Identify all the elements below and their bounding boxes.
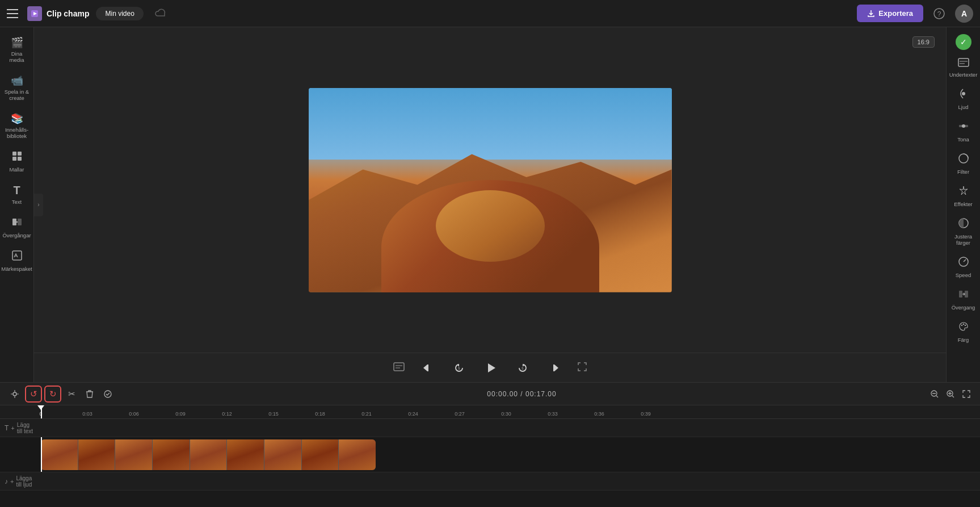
forward-button[interactable]: 5 (514, 359, 532, 377)
right-sidebar-item-ljud[interactable]: Ljud (948, 83, 979, 115)
right-sidebar-item-tona[interactable]: Tona (948, 116, 979, 147)
right-sidebar-item-farg[interactable]: Färg (948, 316, 979, 347)
aspect-ratio-badge: 16:9 (912, 36, 935, 48)
ruler-mark-12: 0:12 (222, 411, 232, 417)
cut-button[interactable]: ✂ (64, 386, 79, 402)
right-sidebar-item-justera-farger[interactable]: Justera färger (948, 213, 979, 250)
text-icon: T (13, 184, 20, 197)
fullscreen-button[interactable] (577, 362, 587, 374)
library-icon: 📚 (11, 112, 23, 125)
sidebar-item-overganger[interactable]: Övergångar (2, 212, 32, 243)
zoom-in-button[interactable] (944, 387, 957, 401)
ruler-mark-24: 0:24 (408, 411, 418, 417)
right-label-filter: Filter (957, 169, 969, 175)
ruler-mark-9: 0:09 (175, 411, 186, 417)
sidebar-expand-button[interactable]: › (34, 194, 43, 216)
add-text-label: Lägg till text (17, 422, 36, 434)
add-audio-button[interactable]: + (10, 478, 14, 485)
center-area: 16:9 5 (34, 27, 946, 382)
thumb-7 (264, 439, 302, 470)
sidebar-item-spela-in[interactable]: 📹 Spela in & create (2, 70, 32, 106)
audio-track-icon: ♪ (5, 477, 8, 485)
skip-forward-button[interactable] (545, 359, 563, 377)
zoom-fit-button[interactable] (960, 387, 973, 401)
right-sidebar-item-overgang[interactable]: Övergang (948, 284, 979, 315)
drag-tool-button[interactable] (7, 386, 23, 402)
svg-point-33 (961, 325, 962, 326)
add-text-button[interactable]: + (11, 425, 14, 431)
sidebar-item-dina-media[interactable]: 🎬 Dina media (2, 32, 32, 68)
menu-icon[interactable] (7, 7, 20, 20)
timeline-section: ↺ ↻ ✂ 00:00.00 / 00:17.00 0 (0, 382, 980, 507)
right-label-farg: Färg (958, 337, 969, 343)
audio-track-label: ♪ + Lägga till ljud (0, 475, 41, 488)
delete-button[interactable] (82, 386, 98, 402)
text-track-label: T + Lägg till text (0, 422, 41, 434)
ruler-content: 0 0:03 0:06 0:09 0:12 0:15 0:18 0:21 0:2… (0, 405, 980, 418)
filter-icon (958, 153, 969, 167)
sidebar-item-innehallsbibliotek[interactable]: 📚 Innehålls-bibliotek (2, 108, 32, 144)
rewind-button[interactable]: 5 (450, 359, 468, 377)
captions-button[interactable] (393, 362, 405, 374)
right-sidebar-item-undertexter[interactable]: Undertexter (948, 53, 979, 82)
effects-icon (958, 185, 969, 199)
svg-text:5: 5 (458, 367, 460, 370)
ruler-mark-27: 0:27 (455, 411, 465, 417)
video-track (0, 437, 980, 472)
cloud-icon (155, 8, 167, 19)
timeline-tracks: T + Lägg till text (0, 419, 980, 507)
export-label: Exportera (878, 9, 913, 18)
sidebar-label-dina-media: Dina media (4, 51, 30, 63)
sidebar-label-overganger: Övergångar (2, 232, 31, 238)
svg-rect-9 (18, 219, 22, 225)
thumb-5 (190, 439, 228, 470)
user-avatar[interactable]: A (955, 5, 973, 23)
svg-rect-7 (18, 157, 22, 161)
svg-rect-31 (959, 291, 962, 298)
timeline-ruler: 0 0:03 0:06 0:09 0:12 0:15 0:18 0:21 0:2… (0, 405, 980, 419)
sidebar-item-mallar[interactable]: Mallar (2, 146, 32, 177)
ruler-mark-21: 0:21 (361, 411, 372, 417)
svg-point-36 (13, 392, 16, 396)
ruler-mark-3: 0:03 (82, 411, 92, 417)
export-button[interactable]: Exportera (857, 5, 923, 22)
right-sidebar-item-speed[interactable]: Speed (948, 252, 979, 283)
checkmark-badge: ✓ (956, 34, 971, 50)
svg-rect-22 (553, 364, 554, 371)
brand-icon (11, 250, 23, 264)
audio-icon (958, 88, 969, 102)
thumb-9 (339, 439, 376, 470)
thumb-4 (153, 439, 190, 470)
right-label-overgang: Övergang (952, 304, 975, 311)
thumb-1 (41, 439, 78, 470)
skip-back-button[interactable] (418, 359, 436, 377)
redo-button[interactable]: ↻ (44, 386, 61, 403)
main-area: 🎬 Dina media 📹 Spela in & create 📚 Inneh… (0, 27, 980, 382)
farg-icon (958, 321, 969, 335)
play-button[interactable] (482, 359, 500, 377)
color-adjust-icon (958, 217, 969, 232)
right-sidebar-item-filter[interactable]: Filter (948, 148, 979, 179)
ruler-mark-36: 0:36 (594, 411, 604, 417)
undo-button[interactable]: ↺ (25, 386, 42, 403)
video-clip-strip[interactable] (41, 439, 376, 470)
sidebar-item-markespaket[interactable]: Märkespaket (2, 245, 32, 276)
svg-rect-23 (958, 58, 969, 66)
right-sidebar-item-effekter[interactable]: Effekter (948, 181, 979, 212)
save-clip-button[interactable] (100, 386, 116, 402)
timeline-toolbar: ↺ ↻ ✂ 00:00.00 / 00:17.00 (0, 383, 980, 405)
video-tab[interactable]: Min video (96, 7, 143, 20)
svg-text:5: 5 (521, 367, 524, 370)
sidebar-label-innehallsbibliotek: Innehålls-bibliotek (4, 127, 30, 139)
ruler-mark-6: 0:06 (129, 411, 139, 417)
templates-icon (11, 150, 23, 165)
add-audio-label: Lägga till ljud (16, 475, 36, 488)
sidebar-label-markespaket: Märkespaket (1, 266, 32, 272)
sidebar-item-text[interactable]: T Text (2, 179, 32, 209)
help-icon[interactable]: ? (930, 5, 948, 23)
tona-icon (958, 120, 969, 135)
svg-rect-15 (427, 364, 428, 371)
thumb-6 (227, 439, 264, 470)
timeline-zoom-controls (928, 387, 973, 401)
zoom-out-button[interactable] (928, 387, 941, 401)
